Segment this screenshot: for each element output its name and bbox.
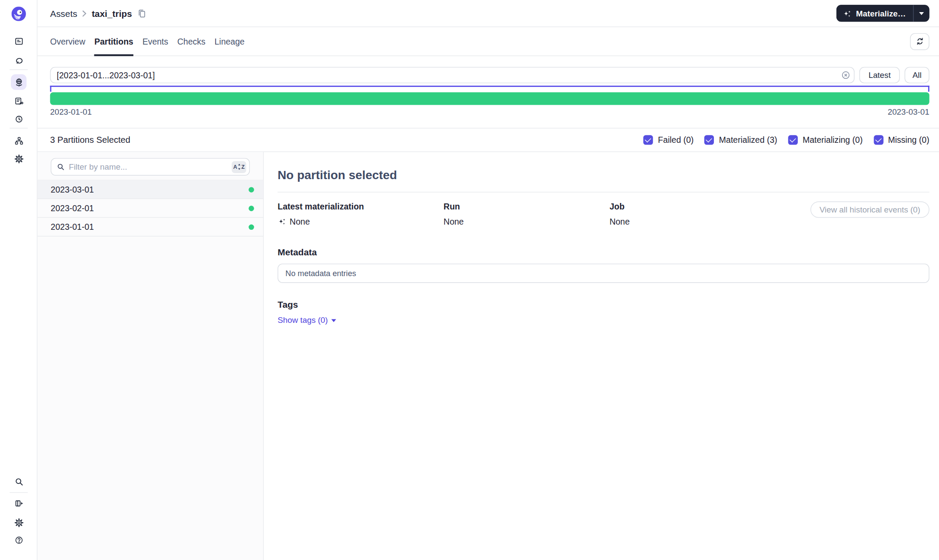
clear-input-icon[interactable] <box>841 71 850 80</box>
left-rail <box>0 0 37 560</box>
settings-gear-icon[interactable] <box>11 515 26 530</box>
sort-arrows-icon <box>238 164 241 170</box>
checkbox-checked[interactable] <box>643 135 653 145</box>
rail-divider <box>10 492 28 492</box>
selection-range-indicator <box>50 86 929 92</box>
breadcrumb: Assets taxi_trips <box>50 8 146 19</box>
refresh-icon <box>915 37 924 46</box>
partition-detail-panel: No partition selected Latest materializa… <box>264 152 939 560</box>
asset-tabs: Overview Partitions Events Checks Lineag… <box>50 27 245 56</box>
partition-range-input[interactable] <box>50 67 855 84</box>
filter-failed[interactable]: Failed (0) <box>643 135 694 145</box>
jobs-icon[interactable] <box>11 93 26 109</box>
materialize-label: Materialize… <box>856 9 906 18</box>
partition-row[interactable]: 2023-02-01 <box>37 199 263 218</box>
detail-title: No partition selected <box>278 168 929 182</box>
checkbox-checked[interactable] <box>788 135 797 145</box>
materialize-button[interactable]: Materialize… <box>837 5 913 22</box>
tags-heading: Tags <box>278 299 929 309</box>
metadata-heading: Metadata <box>278 247 929 257</box>
partitions-selected-count: 3 Partitions Selected <box>50 135 130 145</box>
settings-gear-icon[interactable] <box>11 151 26 166</box>
sort-alphabetical-button[interactable]: A Z <box>232 161 246 173</box>
page-header: Assets taxi_trips Mater <box>37 0 939 27</box>
range-input-wrap <box>50 67 855 84</box>
status-filters: Failed (0) Materialized (3) Materializin… <box>643 135 929 145</box>
filter-materialized[interactable]: Materialized (3) <box>704 135 777 145</box>
rail-divider <box>10 128 28 129</box>
partition-filter-row: A Z <box>37 152 263 180</box>
metadata-empty-box: No metadata entries <box>278 264 929 283</box>
latest-button[interactable]: Latest <box>859 67 900 84</box>
tab-lineage[interactable]: Lineage <box>214 27 244 56</box>
rail-divider <box>10 69 28 70</box>
selection-summary-bar: 3 Partitions Selected Failed (0) Materia… <box>37 128 939 152</box>
range-start-label: 2023-01-01 <box>50 107 92 116</box>
partition-row[interactable]: 2023-01-01 <box>37 218 263 236</box>
chevron-down-icon <box>332 319 336 322</box>
overview-icon[interactable] <box>11 33 26 49</box>
asset-name: taxi_trips <box>92 8 132 19</box>
partition-list: 2023-03-01 2023-02-01 2023-01-01 <box>37 180 263 237</box>
tab-checks[interactable]: Checks <box>177 27 205 56</box>
run-field: Run None <box>444 202 610 226</box>
job-field: Job None <box>610 202 630 226</box>
tab-overview[interactable]: Overview <box>50 27 85 56</box>
filter-missing[interactable]: Missing (0) <box>874 135 929 145</box>
search-icon[interactable] <box>11 473 26 489</box>
checkbox-checked[interactable] <box>874 135 883 145</box>
materialized-status-dot <box>248 187 254 192</box>
detail-summary-row: Latest materialization None Run N <box>278 202 929 226</box>
partition-list-panel: A Z 2023-03-01 <box>37 152 264 560</box>
tab-partitions[interactable]: Partitions <box>94 27 133 56</box>
show-tags-toggle[interactable]: Show tags (0) <box>278 315 336 325</box>
main-area: Assets taxi_trips Mater <box>37 0 939 560</box>
tabs-bar: Overview Partitions Events Checks Lineag… <box>37 27 939 56</box>
chevron-right-icon <box>82 10 87 16</box>
sparkle-icon <box>278 217 286 226</box>
breadcrumb-assets-link[interactable]: Assets <box>50 8 77 19</box>
refresh-button[interactable] <box>910 33 929 50</box>
chevron-down-icon <box>919 12 924 15</box>
filter-materializing[interactable]: Materializing (0) <box>788 135 862 145</box>
partition-range-section: Latest All 2023-01-01 2023-03-01 <box>37 56 939 116</box>
checkbox-checked[interactable] <box>704 135 714 145</box>
runs-loop-icon[interactable] <box>11 52 26 68</box>
partition-filter-input[interactable] <box>69 162 228 171</box>
materialize-split-button: Materialize… <box>837 5 929 22</box>
metadata-empty-text: No metadata entries <box>285 269 356 278</box>
expand-panel-icon[interactable] <box>11 495 26 511</box>
range-labels: 2023-01-01 2023-03-01 <box>50 107 929 116</box>
tab-events[interactable]: Events <box>142 27 168 56</box>
materialized-status-dot <box>248 206 254 211</box>
graph-icon[interactable] <box>11 133 26 148</box>
sparkle-icon <box>843 9 852 18</box>
help-icon[interactable] <box>11 532 26 547</box>
assets-globe-icon[interactable] <box>11 74 26 90</box>
app-window: Assets taxi_trips Mater <box>0 0 939 560</box>
copy-icon[interactable] <box>137 9 146 18</box>
partition-health-bar[interactable] <box>50 92 929 105</box>
view-historical-events-button[interactable]: View all historical events (0) <box>810 202 929 218</box>
search-icon <box>57 163 65 171</box>
range-end-label: 2023-03-01 <box>887 107 929 116</box>
schedules-clock-icon[interactable] <box>11 111 26 126</box>
filter-input-wrap: A Z <box>51 158 250 175</box>
all-button[interactable]: All <box>905 67 929 84</box>
materialize-dropdown-button[interactable] <box>913 5 929 22</box>
dagster-logo[interactable] <box>11 6 26 21</box>
content-split: A Z 2023-03-01 <box>37 152 939 560</box>
partition-row[interactable]: 2023-03-01 <box>37 180 263 199</box>
divider <box>278 192 929 192</box>
latest-materialization-field: Latest materialization None <box>278 202 443 226</box>
materialized-status-dot <box>248 224 254 230</box>
